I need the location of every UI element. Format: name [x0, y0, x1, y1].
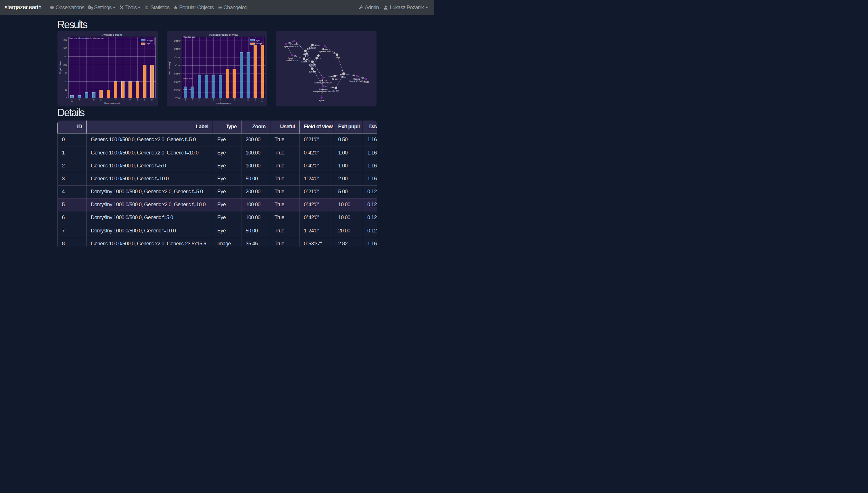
svg-text:6: 6	[136, 99, 139, 100]
svg-text:Barlow: Barlow	[322, 48, 328, 50]
svg-text:Generic f=5.0: Generic f=5.0	[286, 59, 298, 61]
svg-text:2: 2	[114, 99, 117, 100]
svg-text:11: 11	[226, 99, 228, 102]
svg-text:5: 5	[129, 99, 131, 100]
svg-text:Generic 23.5x15.6: Generic 23.5x15.6	[349, 80, 365, 82]
svg-text:100: 100	[63, 80, 67, 83]
svg-text:7: 7	[107, 99, 110, 100]
svg-text:10: 10	[261, 99, 264, 102]
svg-text:0: 0	[184, 99, 186, 100]
svg-text:1.25 in: 1.25 in	[303, 52, 309, 55]
svg-text:1: 1	[205, 99, 207, 100]
svg-text:1°45'0": 1°45'0"	[174, 39, 181, 42]
svg-text:Image: Image	[256, 42, 262, 45]
svg-text:Telescope: Telescope	[318, 79, 327, 82]
svg-text:Eye: Eye	[146, 42, 150, 45]
svg-text:1°0'0": 1°0'0"	[175, 64, 181, 67]
svg-text:2: 2	[198, 99, 201, 100]
svg-text:8: 8	[233, 99, 236, 100]
svg-text:7: 7	[240, 99, 243, 100]
svg-text:Magnification: Magnification	[59, 61, 62, 74]
svg-text:Available fields of view: Available fields of view	[209, 33, 238, 36]
svg-text:0: 0	[151, 99, 153, 100]
svg-text:200: 200	[63, 64, 67, 66]
svg-text:Image: Image	[146, 39, 153, 41]
svg-text:Used equipment: Used equipment	[104, 102, 120, 104]
svg-text:T2 out: T2 out	[332, 78, 338, 80]
svg-text:M51 size: M51 size	[183, 88, 191, 91]
svg-text:8: 8	[92, 99, 95, 100]
svg-text:1°15'0": 1°15'0"	[174, 56, 181, 58]
svg-text:T2 out: T2 out	[334, 56, 340, 58]
svg-text:4: 4	[143, 99, 146, 100]
svg-text:350: 350	[63, 39, 67, 41]
svg-text:9: 9	[78, 99, 81, 100]
svg-text:Telescope: Telescope	[319, 88, 328, 90]
svg-text:1.25 in: 1.25 in	[316, 58, 321, 60]
svg-text:300: 300	[63, 47, 67, 49]
svg-text:3: 3	[100, 99, 102, 100]
svg-text:1.25 in: 1.25 in	[301, 60, 307, 62]
svg-text:Eyepiece: Eyepiece	[290, 43, 298, 45]
svg-text:Field if view [°]: Field if view [°]	[168, 61, 171, 74]
svg-text:4: 4	[191, 99, 194, 100]
svg-text:Camera: Camera	[353, 78, 360, 80]
svg-text:T2 out: T2 out	[333, 90, 339, 92]
svg-text:Eyepiece: Eyepiece	[288, 57, 296, 59]
svg-text:3: 3	[247, 99, 250, 100]
svg-text:Generic x2.0: Generic x2.0	[319, 51, 330, 52]
svg-text:T2 in: T2 in	[342, 76, 346, 78]
svg-text:1: 1	[121, 99, 124, 100]
svg-text:1°30'0": 1°30'0"	[174, 48, 181, 50]
svg-text:9: 9	[254, 99, 257, 100]
svg-text:150: 150	[63, 72, 67, 74]
svg-text:Eye: Eye	[256, 39, 259, 41]
svg-text:0: 0	[66, 97, 67, 100]
svg-text:Generic f=10.0: Generic f=10.0	[288, 45, 301, 47]
svg-text:250: 250	[63, 55, 67, 58]
svg-text:Domyślny 1000.0/500.0: Domyślny 1000.0/500.0	[313, 90, 334, 93]
svg-text:Space: Space	[319, 100, 324, 102]
svg-text:Used equipment: Used equipment	[215, 102, 231, 104]
svg-text:0°0'0": 0°0'0"	[175, 97, 181, 100]
svg-text:0°45'0": 0°45'0"	[174, 72, 181, 75]
svg-text:10: 10	[70, 99, 73, 102]
svg-text:Eye: Eye	[284, 45, 288, 47]
svg-text:0°15'0": 0°15'0"	[174, 89, 181, 91]
svg-text:Max useful zoom due to atmosph: Max useful zoom due to atmosphere	[69, 37, 104, 39]
svg-text:Image: Image	[364, 81, 369, 83]
svg-text:6: 6	[212, 99, 215, 100]
svg-text:1.25 out: 1.25 out	[309, 64, 316, 66]
svg-text:Generic 100.0/500.0: Generic 100.0/500.0	[314, 82, 332, 84]
svg-text:11: 11	[85, 99, 88, 102]
svg-text:5: 5	[219, 99, 222, 100]
svg-text:1.25 out: 1.25 out	[309, 70, 316, 72]
svg-text:50: 50	[64, 89, 67, 91]
svg-text:0°30'0": 0°30'0"	[174, 81, 181, 83]
svg-text:1.25 out: 1.25 out	[309, 47, 316, 49]
svg-text:Moon size: Moon size	[183, 78, 192, 80]
svg-text:Available zoom: Available zoom	[102, 33, 121, 36]
